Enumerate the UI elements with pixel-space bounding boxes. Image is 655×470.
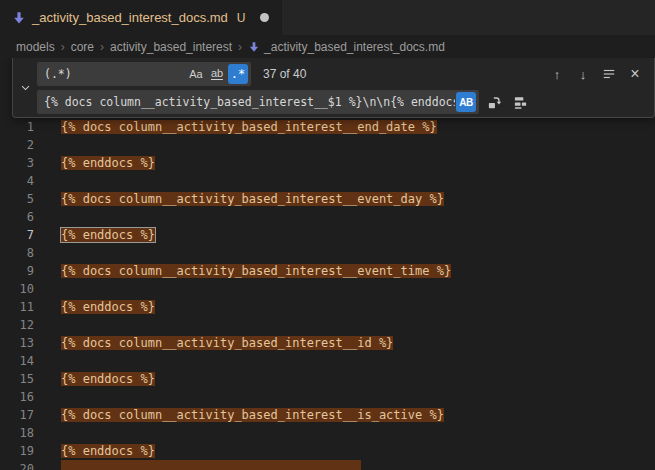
- previous-match-button[interactable]: ↑: [546, 63, 568, 85]
- editor-pane[interactable]: 1{% docs column__activity_based_interest…: [0, 58, 655, 470]
- line-number: 6: [0, 208, 34, 226]
- line-number: 12: [0, 316, 34, 334]
- regex-icon[interactable]: .*: [228, 64, 248, 84]
- editor-tab[interactable]: _activity_based_interest_docs.md U: [0, 0, 282, 35]
- line-number: 16: [0, 388, 34, 406]
- breadcrumb-file-label: _activity_based_interest_docs.md: [264, 40, 445, 54]
- find-match: {% docs column__activity_based_interest_…: [61, 336, 393, 350]
- breadcrumb: models › core › activity_based_interest …: [0, 35, 655, 58]
- chevron-right-icon: ›: [100, 40, 104, 54]
- code-line[interactable]: 10: [0, 280, 655, 298]
- line-text: {% enddocs %}: [61, 154, 155, 172]
- line-number: 20: [0, 460, 34, 470]
- find-match: {% docs column__activity_based_interest_…: [61, 264, 451, 278]
- find-row: (.*) Aa ab .* 37 of 40 ↑ ↓ ×: [37, 62, 646, 86]
- line-text: {% docs column__activity_based_interest_…: [61, 334, 393, 352]
- line-number: 7: [0, 226, 34, 244]
- line-text: {% docs column__activity_based_interest_…: [61, 118, 437, 136]
- toggle-replace-button[interactable]: [13, 62, 37, 113]
- code-line[interactable]: 16: [0, 388, 655, 406]
- code-line[interactable]: 4: [0, 172, 655, 190]
- code-line[interactable]: 14: [0, 352, 655, 370]
- tab-bar: _activity_based_interest_docs.md U: [0, 0, 655, 35]
- line-number: 1: [0, 118, 34, 136]
- preserve-case-icon[interactable]: AB: [456, 92, 476, 112]
- find-match: {% docs column__activity_based_interest_…: [61, 408, 444, 422]
- tab-filename: _activity_based_interest_docs.md: [32, 10, 228, 25]
- code-line[interactable]: 9{% docs column__activity_based_interest…: [0, 262, 655, 280]
- replace-icon[interactable]: [483, 91, 505, 113]
- replace-input[interactable]: {% docs column__activity_based_interest_…: [37, 90, 479, 114]
- code-line[interactable]: 1{% docs column__activity_based_interest…: [0, 118, 655, 136]
- line-text: {% docs column__activity_based_interest_…: [61, 190, 444, 208]
- line-text: {% docs column__activity_based_interest_…: [61, 262, 451, 280]
- find-in-selection-icon[interactable]: [598, 63, 620, 85]
- code-line[interactable]: 15{% enddocs %}: [0, 370, 655, 388]
- line-number: 19: [0, 442, 34, 460]
- modified-dot-icon[interactable]: [260, 13, 269, 22]
- code-line[interactable]: 6: [0, 208, 655, 226]
- markdown-file-icon: [248, 41, 260, 53]
- code-line[interactable]: 7{% enddocs %}: [0, 226, 655, 244]
- line-number: 13: [0, 334, 34, 352]
- find-input[interactable]: (.*) Aa ab .*: [37, 62, 251, 86]
- replace-input-value[interactable]: {% docs column__activity_based_interest_…: [44, 95, 455, 109]
- chevron-down-icon: [20, 79, 31, 97]
- breadcrumb-item-file[interactable]: _activity_based_interest_docs.md: [248, 40, 445, 54]
- replace-row: {% docs column__activity_based_interest_…: [37, 90, 646, 114]
- find-match: {% enddocs %}: [61, 300, 155, 314]
- find-match: {% docs column__activity_based_interest_…: [61, 120, 437, 134]
- line-number: 9: [0, 262, 34, 280]
- line-text: {% enddocs %}: [61, 298, 155, 316]
- code-line[interactable]: 5{% docs column__activity_based_interest…: [0, 190, 655, 208]
- line-text: [61, 460, 361, 470]
- breadcrumb-item-models[interactable]: models: [16, 40, 55, 54]
- line-text: {% enddocs %}: [61, 370, 155, 388]
- line-number: 8: [0, 244, 34, 262]
- find-match-partial: [61, 460, 361, 470]
- markdown-file-icon: [12, 11, 26, 25]
- line-number: 15: [0, 370, 34, 388]
- code-line[interactable]: 8: [0, 244, 655, 262]
- line-number: 3: [0, 154, 34, 172]
- code-line[interactable]: 20: [0, 460, 655, 470]
- find-match: {% enddocs %}: [61, 444, 155, 458]
- line-number: 5: [0, 190, 34, 208]
- replace-all-icon[interactable]: [509, 91, 531, 113]
- vscode-window: _activity_based_interest_docs.md U model…: [0, 0, 655, 470]
- match-case-icon[interactable]: Aa: [186, 64, 206, 84]
- next-match-button[interactable]: ↓: [572, 63, 594, 85]
- line-number: 2: [0, 136, 34, 154]
- chevron-right-icon: ›: [61, 40, 65, 54]
- whole-word-icon[interactable]: ab: [207, 64, 227, 84]
- git-status-badge: U: [237, 11, 246, 25]
- find-match: {% docs column__activity_based_interest_…: [61, 192, 444, 206]
- line-number: 4: [0, 172, 34, 190]
- code-line[interactable]: 11{% enddocs %}: [0, 298, 655, 316]
- breadcrumb-item-activity-based-interest[interactable]: activity_based_interest: [110, 40, 232, 54]
- code-line[interactable]: 12: [0, 316, 655, 334]
- match-count: 37 of 40: [263, 67, 306, 81]
- line-number: 14: [0, 352, 34, 370]
- find-input-value[interactable]: (.*): [44, 67, 185, 81]
- line-text: {% enddocs %}: [61, 442, 155, 460]
- line-number: 11: [0, 298, 34, 316]
- line-number: 18: [0, 424, 34, 442]
- line-number: 17: [0, 406, 34, 424]
- code-line[interactable]: 17{% docs column__activity_based_interes…: [0, 406, 655, 424]
- close-icon[interactable]: ×: [624, 63, 646, 85]
- line-text: {% docs column__activity_based_interest_…: [61, 406, 444, 424]
- chevron-right-icon: ›: [238, 40, 242, 54]
- find-replace-widget: (.*) Aa ab .* 37 of 40 ↑ ↓ ×: [12, 58, 655, 118]
- breadcrumb-item-core[interactable]: core: [71, 40, 94, 54]
- code-line[interactable]: 18: [0, 424, 655, 442]
- line-number: 10: [0, 280, 34, 298]
- code-line[interactable]: 2: [0, 136, 655, 154]
- code-line[interactable]: 3{% enddocs %}: [0, 154, 655, 172]
- current-find-match: {% enddocs %}: [61, 228, 155, 242]
- find-match: {% enddocs %}: [61, 372, 155, 386]
- code-line[interactable]: 13{% docs column__activity_based_interes…: [0, 334, 655, 352]
- line-text: {% enddocs %}: [61, 226, 155, 244]
- code-lines: 1{% docs column__activity_based_interest…: [0, 58, 655, 470]
- code-line[interactable]: 19{% enddocs %}: [0, 442, 655, 460]
